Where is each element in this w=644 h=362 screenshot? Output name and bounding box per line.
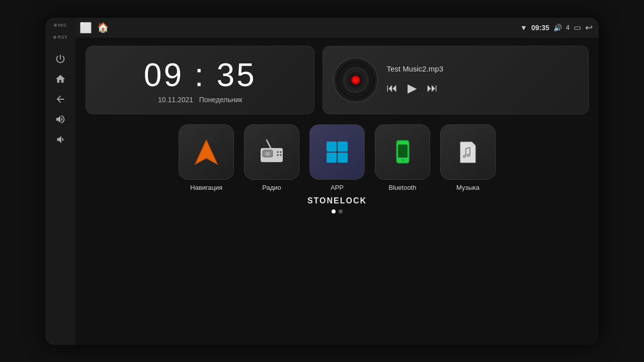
- volume-down-button[interactable]: [51, 130, 69, 149]
- home-icon: [55, 74, 66, 85]
- mic-label: MIC: [54, 23, 67, 28]
- apps-row: Навигация: [86, 124, 589, 191]
- svg-point-3: [277, 151, 279, 153]
- bluetooth-app-label: Bluetooth: [389, 184, 417, 191]
- top-bar: ⬜ 🏠 ▼ 09:35 🔊 4 ▭ ↩: [75, 18, 599, 38]
- back-icon: [55, 94, 66, 105]
- back-button[interactable]: [51, 90, 69, 108]
- device-frame: MIC RST: [45, 18, 599, 345]
- radio-app-item[interactable]: Радио: [244, 124, 299, 191]
- nav-app-icon: [179, 124, 234, 180]
- svg-point-4: [277, 154, 279, 156]
- svg-line-7: [267, 140, 271, 148]
- vinyl-center: [350, 75, 361, 86]
- main-screen: ⬜ 🏠 ▼ 09:35 🔊 4 ▭ ↩ 09 : 35 1: [75, 18, 599, 345]
- svg-rect-13: [338, 153, 348, 163]
- radio-app-icon: [244, 124, 299, 180]
- clock-widget: 09 : 35 10.11.2021 Понедельник: [86, 46, 314, 114]
- clock-time: 09 : 35: [144, 56, 257, 94]
- music-app-icon: [440, 124, 496, 180]
- top-bar-left: ⬜ 🏠: [79, 22, 109, 34]
- radio-app-label: Радио: [262, 184, 281, 191]
- content-area: 09 : 35 10.11.2021 Понедельник: [75, 38, 599, 345]
- music-app-label: Музыка: [456, 184, 479, 191]
- prev-button[interactable]: ⏮: [386, 82, 397, 95]
- vinyl-disc: [333, 57, 378, 103]
- page-dot-1[interactable]: [332, 209, 336, 213]
- music-note-icon: [455, 139, 480, 165]
- phone-icon: [389, 138, 417, 166]
- music-widget: Test Music2.mp3 ⏮ ▶ ⏭: [323, 46, 589, 114]
- window-icon: ▭: [574, 23, 581, 32]
- clock-date: 10.11.2021 Понедельник: [158, 96, 242, 104]
- svg-rect-10: [327, 141, 337, 152]
- volume-up-icon: [55, 114, 66, 125]
- music-app-item[interactable]: Музыка: [440, 124, 496, 191]
- app-app-icon: [309, 124, 365, 180]
- svg-rect-11: [338, 141, 348, 152]
- svg-point-15: [401, 159, 404, 161]
- vinyl-record: [333, 57, 378, 103]
- clock-display: 09:35: [531, 24, 549, 32]
- back-top-icon[interactable]: ↩: [585, 22, 593, 33]
- window-outline-icon[interactable]: ⬜: [79, 22, 92, 34]
- home-button[interactable]: [51, 70, 69, 88]
- volume-icon: 🔊: [553, 24, 562, 32]
- svg-point-6: [280, 154, 282, 156]
- svg-marker-0: [195, 140, 217, 164]
- music-title: Test Music2.mp3: [386, 64, 578, 73]
- svg-point-5: [280, 151, 282, 153]
- music-info: Test Music2.mp3 ⏮ ▶ ⏭: [386, 64, 578, 95]
- bluetooth-app-item[interactable]: Bluetooth: [375, 124, 430, 191]
- play-button[interactable]: ▶: [408, 81, 417, 95]
- app-app-label: APP: [331, 184, 344, 191]
- nav-app-label: Навигация: [190, 184, 222, 191]
- navigation-icon: [191, 137, 221, 167]
- music-controls: ⏮ ▶ ⏭: [386, 81, 578, 95]
- footer: STONELOCK: [86, 195, 589, 216]
- home-top-icon[interactable]: 🏠: [97, 22, 109, 33]
- app-app-item[interactable]: APP: [309, 124, 365, 191]
- nav-app-item[interactable]: Навигация: [179, 124, 234, 191]
- volume-down-icon: [55, 134, 66, 145]
- side-panel: MIC RST: [45, 18, 75, 345]
- next-button[interactable]: ⏭: [427, 82, 438, 95]
- power-button[interactable]: [51, 50, 69, 68]
- radio-icon: [257, 137, 287, 167]
- bluetooth-app-icon: [375, 124, 430, 180]
- windows-icon: [325, 139, 350, 165]
- widgets-row: 09 : 35 10.11.2021 Понедельник: [86, 46, 589, 114]
- power-icon: [55, 53, 66, 64]
- brand-name: STONELOCK: [307, 196, 367, 205]
- svg-rect-14: [398, 144, 408, 158]
- top-bar-right: ▼ 09:35 🔊 4 ▭ ↩: [520, 22, 593, 33]
- rst-label: RST: [53, 35, 68, 40]
- page-dot-2[interactable]: [339, 209, 343, 213]
- svg-rect-12: [327, 153, 337, 163]
- wifi-icon: ▼: [520, 24, 527, 32]
- page-indicator: [332, 209, 343, 213]
- volume-level: 4: [566, 24, 570, 31]
- volume-up-button[interactable]: [51, 110, 69, 128]
